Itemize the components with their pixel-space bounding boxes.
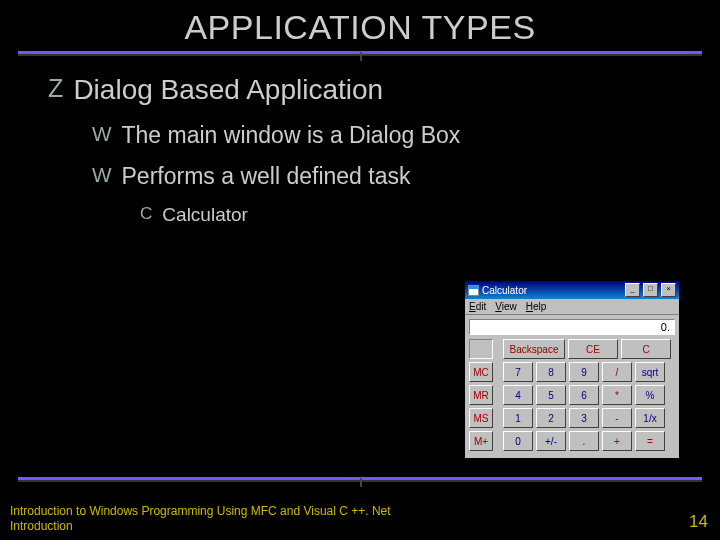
memory-indicator	[469, 339, 493, 359]
key-dot[interactable]: .	[569, 431, 599, 451]
bullet-level3: C Calculator	[140, 204, 690, 226]
calculator-window: Calculator _ □ × Edit View Help 0. Backs…	[464, 280, 680, 459]
backspace-button[interactable]: Backspace	[503, 339, 565, 359]
mr-button[interactable]: MR	[469, 385, 493, 405]
bullet-text-l1: Dialog Based Application	[73, 74, 383, 106]
key-multiply[interactable]: *	[602, 385, 632, 405]
key-8[interactable]: 8	[536, 362, 566, 382]
key-percent[interactable]: %	[635, 385, 665, 405]
maximize-button[interactable]: □	[643, 283, 658, 297]
key-9[interactable]: 9	[569, 362, 599, 382]
menu-edit[interactable]: Edit	[469, 301, 486, 312]
key-reciprocal[interactable]: 1/x	[635, 408, 665, 428]
footer-line1: Introduction to Windows Programming Usin…	[10, 504, 391, 519]
calculator-menubar: Edit View Help	[465, 299, 679, 315]
key-1[interactable]: 1	[503, 408, 533, 428]
calculator-app-icon	[468, 285, 479, 296]
bullet-level2: W Performs a well defined task	[92, 163, 690, 190]
key-2[interactable]: 2	[536, 408, 566, 428]
ms-button[interactable]: MS	[469, 408, 493, 428]
bullet-level1: Z Dialog Based Application	[48, 74, 690, 106]
key-7[interactable]: 7	[503, 362, 533, 382]
bullet-text-l3: Calculator	[162, 204, 248, 226]
c-button[interactable]: C	[621, 339, 671, 359]
key-sign[interactable]: +/-	[536, 431, 566, 451]
ce-button[interactable]: CE	[568, 339, 618, 359]
bullet-glyph-l2: W	[92, 122, 112, 146]
key-5[interactable]: 5	[536, 385, 566, 405]
key-minus[interactable]: -	[602, 408, 632, 428]
mplus-button[interactable]: M+	[469, 431, 493, 451]
bullet-text-l2a: The main window is a Dialog Box	[122, 122, 461, 149]
bullet-text-l2b: Performs a well defined task	[122, 163, 411, 190]
key-plus[interactable]: +	[602, 431, 632, 451]
menu-view[interactable]: View	[495, 301, 517, 312]
bottom-rule	[18, 477, 702, 482]
bullet-glyph-l2: W	[92, 163, 112, 187]
bullet-glyph-l3: C	[140, 204, 152, 224]
menu-help[interactable]: Help	[526, 301, 547, 312]
footer: Introduction to Windows Programming Usin…	[10, 504, 391, 534]
page-number: 14	[689, 512, 708, 532]
footer-line2: Introduction	[10, 519, 391, 534]
key-6[interactable]: 6	[569, 385, 599, 405]
calculator-display: 0.	[469, 319, 675, 335]
bullet-level2: W The main window is a Dialog Box	[92, 122, 690, 149]
slide-title: APPLICATION TYPES	[0, 8, 720, 47]
key-sqrt[interactable]: sqrt	[635, 362, 665, 382]
key-4[interactable]: 4	[503, 385, 533, 405]
bullet-glyph-l1: Z	[48, 74, 63, 103]
calculator-title-text: Calculator	[482, 285, 527, 296]
close-button[interactable]: ×	[661, 283, 676, 297]
slide-content: Z Dialog Based Application W The main wi…	[0, 56, 720, 226]
title-rule	[18, 51, 702, 56]
mc-button[interactable]: MC	[469, 362, 493, 382]
key-0[interactable]: 0	[503, 431, 533, 451]
key-equals[interactable]: =	[635, 431, 665, 451]
key-3[interactable]: 3	[569, 408, 599, 428]
key-divide[interactable]: /	[602, 362, 632, 382]
minimize-button[interactable]: _	[625, 283, 640, 297]
calculator-titlebar[interactable]: Calculator _ □ ×	[465, 281, 679, 299]
